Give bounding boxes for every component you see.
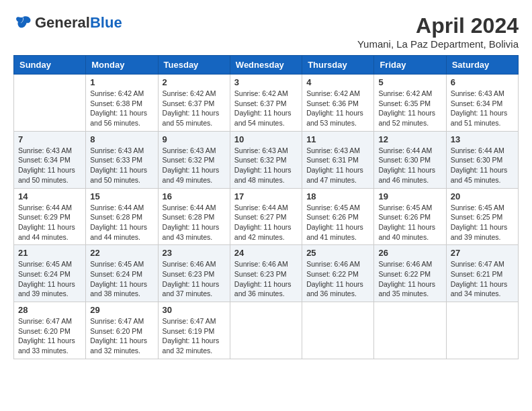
day-info: Sunrise: 6:44 AM Sunset: 6:30 PM Dayligh… <box>451 146 514 185</box>
day-info: Sunrise: 6:44 AM Sunset: 6:29 PM Dayligh… <box>18 203 81 242</box>
day-info: Sunrise: 6:44 AM Sunset: 6:28 PM Dayligh… <box>163 203 226 242</box>
calendar-cell: 11Sunrise: 6:43 AM Sunset: 6:31 PM Dayli… <box>302 131 374 188</box>
day-info: Sunrise: 6:42 AM Sunset: 6:35 PM Dayligh… <box>378 89 441 128</box>
day-number: 5 <box>378 77 441 87</box>
day-info: Sunrise: 6:43 AM Sunset: 6:32 PM Dayligh… <box>163 146 226 185</box>
calendar-cell: 10Sunrise: 6:43 AM Sunset: 6:32 PM Dayli… <box>230 131 302 188</box>
calendar-cell: 9Sunrise: 6:43 AM Sunset: 6:32 PM Daylig… <box>158 131 230 188</box>
calendar-week-row: 28Sunrise: 6:47 AM Sunset: 6:20 PM Dayli… <box>14 302 519 359</box>
day-number: 26 <box>378 248 441 258</box>
logo: GeneralBlue <box>13 13 122 32</box>
day-info: Sunrise: 6:45 AM Sunset: 6:26 PM Dayligh… <box>306 203 369 242</box>
day-info: Sunrise: 6:47 AM Sunset: 6:19 PM Dayligh… <box>163 316 226 356</box>
day-number: 1 <box>90 77 153 87</box>
day-info: Sunrise: 6:43 AM Sunset: 6:34 PM Dayligh… <box>18 146 81 185</box>
weekday-header-saturday: Saturday <box>446 56 518 75</box>
day-info: Sunrise: 6:46 AM Sunset: 6:22 PM Dayligh… <box>306 259 369 299</box>
calendar-cell: 1Sunrise: 6:42 AM Sunset: 6:38 PM Daylig… <box>86 75 158 132</box>
calendar-cell <box>374 302 446 359</box>
day-number: 23 <box>163 248 226 258</box>
page-header: GeneralBlue April 2024 Yumani, La Paz De… <box>13 13 519 50</box>
calendar-week-row: 14Sunrise: 6:44 AM Sunset: 6:29 PM Dayli… <box>14 188 519 245</box>
calendar-cell: 3Sunrise: 6:42 AM Sunset: 6:37 PM Daylig… <box>230 75 302 132</box>
title-block: April 2024 Yumani, La Paz Department, Bo… <box>357 13 519 50</box>
day-number: 22 <box>90 248 153 258</box>
calendar-cell: 25Sunrise: 6:46 AM Sunset: 6:22 PM Dayli… <box>302 245 374 302</box>
calendar-cell: 5Sunrise: 6:42 AM Sunset: 6:35 PM Daylig… <box>374 75 446 132</box>
day-number: 17 <box>234 191 298 201</box>
day-number: 12 <box>378 134 441 144</box>
calendar-cell: 30Sunrise: 6:47 AM Sunset: 6:19 PM Dayli… <box>158 302 230 359</box>
day-info: Sunrise: 6:44 AM Sunset: 6:27 PM Dayligh… <box>234 203 298 242</box>
weekday-header-wednesday: Wednesday <box>230 56 302 75</box>
day-info: Sunrise: 6:46 AM Sunset: 6:23 PM Dayligh… <box>163 259 226 299</box>
day-info: Sunrise: 6:42 AM Sunset: 6:37 PM Dayligh… <box>234 89 298 128</box>
calendar-cell: 20Sunrise: 6:45 AM Sunset: 6:25 PM Dayli… <box>446 188 518 245</box>
month-year-title: April 2024 <box>357 13 519 38</box>
day-number: 14 <box>18 191 81 201</box>
day-info: Sunrise: 6:45 AM Sunset: 6:24 PM Dayligh… <box>18 259 81 299</box>
logo-text: GeneralBlue <box>35 15 122 31</box>
weekday-header-thursday: Thursday <box>302 56 374 75</box>
day-number: 2 <box>163 77 226 87</box>
calendar-cell: 29Sunrise: 6:47 AM Sunset: 6:20 PM Dayli… <box>86 302 158 359</box>
day-info: Sunrise: 6:47 AM Sunset: 6:20 PM Dayligh… <box>18 316 81 356</box>
day-info: Sunrise: 6:43 AM Sunset: 6:32 PM Dayligh… <box>234 146 298 185</box>
calendar-cell: 27Sunrise: 6:47 AM Sunset: 6:21 PM Dayli… <box>446 245 518 302</box>
calendar-cell: 22Sunrise: 6:45 AM Sunset: 6:24 PM Dayli… <box>86 245 158 302</box>
day-info: Sunrise: 6:45 AM Sunset: 6:25 PM Dayligh… <box>451 203 514 242</box>
day-number: 7 <box>18 134 81 144</box>
calendar-week-row: 7Sunrise: 6:43 AM Sunset: 6:34 PM Daylig… <box>14 131 519 188</box>
calendar-cell: 13Sunrise: 6:44 AM Sunset: 6:30 PM Dayli… <box>446 131 518 188</box>
day-number: 24 <box>234 248 298 258</box>
day-info: Sunrise: 6:46 AM Sunset: 6:22 PM Dayligh… <box>378 259 441 299</box>
calendar-header-row: SundayMondayTuesdayWednesdayThursdayFrid… <box>14 56 519 75</box>
day-number: 8 <box>90 134 153 144</box>
calendar-cell: 6Sunrise: 6:43 AM Sunset: 6:34 PM Daylig… <box>446 75 518 132</box>
calendar-cell: 24Sunrise: 6:46 AM Sunset: 6:23 PM Dayli… <box>230 245 302 302</box>
day-number: 28 <box>18 305 81 315</box>
calendar-cell: 23Sunrise: 6:46 AM Sunset: 6:23 PM Dayli… <box>158 245 230 302</box>
day-info: Sunrise: 6:45 AM Sunset: 6:24 PM Dayligh… <box>90 259 153 299</box>
calendar-cell: 12Sunrise: 6:44 AM Sunset: 6:30 PM Dayli… <box>374 131 446 188</box>
day-number: 19 <box>378 191 441 201</box>
day-info: Sunrise: 6:43 AM Sunset: 6:31 PM Dayligh… <box>306 146 369 185</box>
calendar-cell: 17Sunrise: 6:44 AM Sunset: 6:27 PM Dayli… <box>230 188 302 245</box>
day-number: 15 <box>90 191 153 201</box>
day-number: 10 <box>234 134 298 144</box>
day-info: Sunrise: 6:42 AM Sunset: 6:36 PM Dayligh… <box>306 89 369 128</box>
day-info: Sunrise: 6:44 AM Sunset: 6:30 PM Dayligh… <box>378 146 441 185</box>
day-info: Sunrise: 6:47 AM Sunset: 6:21 PM Dayligh… <box>451 259 514 299</box>
day-number: 29 <box>90 305 153 315</box>
calendar-cell: 21Sunrise: 6:45 AM Sunset: 6:24 PM Dayli… <box>14 245 86 302</box>
calendar-week-row: 1Sunrise: 6:42 AM Sunset: 6:38 PM Daylig… <box>14 75 519 132</box>
day-info: Sunrise: 6:42 AM Sunset: 6:38 PM Dayligh… <box>90 89 153 128</box>
calendar-cell: 8Sunrise: 6:43 AM Sunset: 6:33 PM Daylig… <box>86 131 158 188</box>
day-info: Sunrise: 6:42 AM Sunset: 6:37 PM Dayligh… <box>163 89 226 128</box>
day-info: Sunrise: 6:45 AM Sunset: 6:26 PM Dayligh… <box>378 203 441 242</box>
day-info: Sunrise: 6:46 AM Sunset: 6:23 PM Dayligh… <box>234 259 298 299</box>
calendar-cell: 16Sunrise: 6:44 AM Sunset: 6:28 PM Dayli… <box>158 188 230 245</box>
weekday-header-sunday: Sunday <box>14 56 86 75</box>
weekday-header-monday: Monday <box>86 56 158 75</box>
calendar-cell: 28Sunrise: 6:47 AM Sunset: 6:20 PM Dayli… <box>14 302 86 359</box>
calendar-cell <box>14 75 86 132</box>
calendar-cell: 4Sunrise: 6:42 AM Sunset: 6:36 PM Daylig… <box>302 75 374 132</box>
calendar-cell: 2Sunrise: 6:42 AM Sunset: 6:37 PM Daylig… <box>158 75 230 132</box>
day-number: 20 <box>451 191 514 201</box>
calendar-cell: 19Sunrise: 6:45 AM Sunset: 6:26 PM Dayli… <box>374 188 446 245</box>
day-number: 25 <box>306 248 369 258</box>
day-number: 18 <box>306 191 369 201</box>
location-subtitle: Yumani, La Paz Department, Bolivia <box>357 38 519 50</box>
day-info: Sunrise: 6:44 AM Sunset: 6:28 PM Dayligh… <box>90 203 153 242</box>
calendar-cell <box>230 302 302 359</box>
weekday-header-friday: Friday <box>374 56 446 75</box>
weekday-header-tuesday: Tuesday <box>158 56 230 75</box>
day-info: Sunrise: 6:47 AM Sunset: 6:20 PM Dayligh… <box>90 316 153 356</box>
day-number: 6 <box>451 77 514 87</box>
day-number: 11 <box>306 134 369 144</box>
day-number: 13 <box>451 134 514 144</box>
calendar-week-row: 21Sunrise: 6:45 AM Sunset: 6:24 PM Dayli… <box>14 245 519 302</box>
calendar-cell: 18Sunrise: 6:45 AM Sunset: 6:26 PM Dayli… <box>302 188 374 245</box>
day-number: 4 <box>306 77 369 87</box>
